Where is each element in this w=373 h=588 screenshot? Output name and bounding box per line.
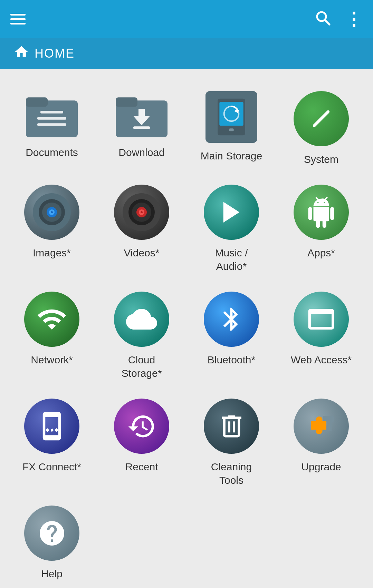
upgrade-icon — [294, 399, 349, 454]
bluetooth-item[interactable]: Bluetooth* — [186, 283, 276, 387]
app-bar-left — [10, 14, 26, 24]
download-item[interactable]: Download — [97, 83, 186, 173]
home-icon — [14, 44, 29, 63]
upgrade-label: Upgrade — [301, 460, 341, 473]
videos-label: Videos* — [124, 246, 160, 259]
main-content: Documents Download — [0, 69, 373, 588]
svg-rect-8 — [116, 97, 137, 107]
svg-rect-10 — [133, 126, 150, 129]
svg-point-28 — [141, 211, 143, 213]
webaccess-item[interactable]: Web Access* — [276, 283, 366, 387]
upgrade-item[interactable]: Upgrade — [276, 390, 366, 494]
cloud-label: CloudStorage* — [122, 353, 162, 380]
help-icon — [24, 506, 79, 561]
svg-rect-12 — [219, 102, 243, 126]
svg-rect-3 — [26, 97, 48, 107]
images-label: Images* — [33, 246, 71, 259]
webaccess-icon — [294, 292, 349, 347]
breadcrumb-bar: Home — [0, 38, 373, 69]
app-grid: Documents Download — [7, 79, 366, 588]
videos-icon — [114, 185, 169, 240]
breadcrumb-label: Home — [35, 46, 75, 61]
svg-point-22 — [51, 211, 53, 213]
fxconnect-icon — [24, 399, 79, 454]
svg-rect-6 — [37, 123, 66, 126]
main-storage-label: Main Storage — [201, 149, 262, 163]
breadcrumb[interactable]: Home — [14, 44, 75, 63]
search-button[interactable] — [314, 9, 331, 29]
svg-line-1 — [325, 20, 329, 24]
main-storage-item[interactable]: Main Storage — [186, 83, 276, 173]
help-item[interactable]: Help — [7, 497, 97, 587]
apps-item[interactable]: Apps* — [276, 176, 366, 280]
bluetooth-label: Bluetooth* — [208, 353, 255, 366]
cleaning-icon — [204, 399, 259, 454]
network-icon — [24, 292, 79, 347]
music-icon — [204, 185, 259, 240]
music-label: Music /Audio* — [215, 246, 248, 273]
app-bar: ⋮ — [0, 0, 373, 38]
system-label: System — [304, 153, 338, 166]
images-item[interactable]: Images* — [7, 176, 97, 280]
system-icon — [294, 91, 349, 146]
cleaning-item[interactable]: CleaningTools — [186, 390, 276, 494]
webaccess-label: Web Access* — [291, 353, 352, 366]
main-storage-icon — [205, 91, 257, 143]
cleaning-label: CleaningTools — [211, 460, 252, 487]
apps-label: Apps* — [307, 246, 335, 259]
documents-label: Documents — [26, 146, 78, 159]
system-item[interactable]: System — [276, 83, 366, 173]
videos-item[interactable]: Videos* — [97, 176, 186, 280]
cloud-item[interactable]: CloudStorage* — [97, 283, 186, 387]
music-item[interactable]: Music /Audio* — [186, 176, 276, 280]
apps-icon — [294, 185, 349, 240]
recent-label: Recent — [125, 460, 158, 473]
cloud-icon — [114, 292, 169, 347]
svg-rect-4 — [40, 111, 63, 114]
fxconnect-item[interactable]: FX Connect* — [7, 390, 97, 494]
svg-line-16 — [314, 112, 328, 126]
documents-item[interactable]: Documents — [7, 83, 97, 173]
svg-rect-15 — [229, 128, 233, 131]
documents-icon — [24, 91, 79, 139]
svg-rect-5 — [37, 117, 66, 120]
more-options-button[interactable]: ⋮ — [345, 10, 363, 28]
app-bar-right: ⋮ — [314, 9, 363, 29]
download-icon — [114, 91, 169, 139]
svg-marker-29 — [223, 202, 240, 223]
network-item[interactable]: Network* — [7, 283, 97, 387]
images-icon — [24, 185, 79, 240]
network-label: Network* — [31, 353, 73, 366]
bluetooth-icon — [204, 292, 259, 347]
download-label: Download — [118, 146, 164, 159]
hamburger-menu-button[interactable] — [10, 14, 26, 24]
recent-icon — [114, 399, 169, 454]
recent-item[interactable]: Recent — [97, 390, 186, 494]
help-label: Help — [41, 567, 63, 580]
fxconnect-label: FX Connect* — [22, 460, 81, 473]
